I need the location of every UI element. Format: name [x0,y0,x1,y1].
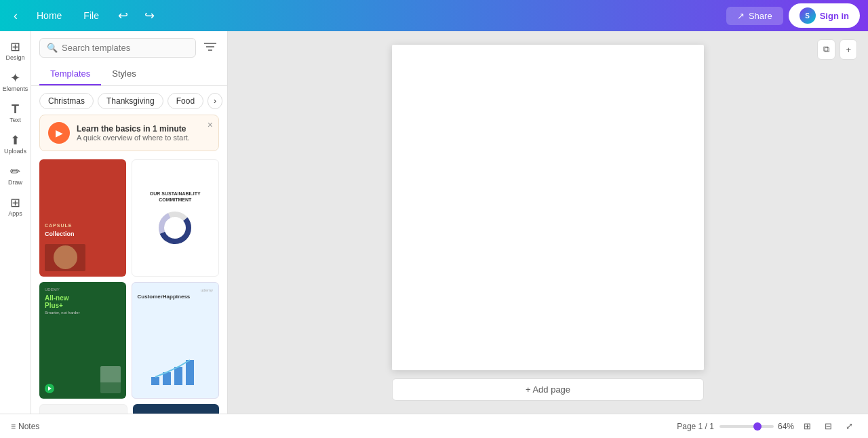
signin-button[interactable]: S Sign in [789,3,860,28]
share-label: Share [749,11,772,21]
grid-icon: ⊞ [804,421,811,431]
grid-view-button[interactable]: ⊞ [800,420,815,433]
notes-button[interactable]: ≡ Notes [11,422,39,431]
template-row: capsule Collection OUR SUSTAINABILITYCOM… [39,159,219,277]
zoom-thumb [753,422,762,431]
zoom-controls: 64% [719,422,794,431]
list-view-button[interactable]: ⊟ [821,420,836,433]
copy-icon: ⧉ [823,44,829,54]
undo-button[interactable]: ↩ [113,5,134,26]
search-bar: 🔍 [31,31,227,63]
add-canvas-icon: + [846,45,851,55]
draw-icon: ✏ [10,165,20,178]
pill-christmas[interactable]: Christmas [39,93,94,109]
promo-close-button[interactable]: × [208,119,213,130]
signin-label: Sign in [820,11,849,21]
category-pills: Christmas Thanksgiving Food › [31,86,227,115]
avatar: S [800,7,816,24]
share-button[interactable]: ↗ Share [726,7,783,25]
template-thumb-sustainability[interactable]: OUR SUSTAINABILITYCOMMITMENT [132,159,220,277]
copy-canvas-button[interactable]: ⧉ [817,39,835,60]
canvas-toolbar: ⧉ + [817,39,857,60]
expand-icon: ⤢ [846,421,853,431]
back-icon: ‹ [14,9,18,23]
bottom-bar: ≡ Notes Page 1 / 1 64% ⊞ ⊟ ⤢ [0,414,868,438]
redo-button[interactable]: ↪ [139,5,160,26]
apps-icon: ⊞ [10,197,20,209]
pill-thanksgiving[interactable]: Thanksgiving [98,93,163,109]
pill-more[interactable]: › [208,93,222,109]
template-thumb-allnew[interactable]: udemy All-newPlus+ Smarter, not harder [39,282,126,399]
add-page-label: + Add page [526,384,570,395]
sidebar-item-apps[interactable]: ⊞ Apps [2,193,29,221]
svg-rect-7 [163,372,171,385]
search-input-wrap[interactable]: 🔍 [39,38,196,58]
search-icon: 🔍 [47,43,58,53]
svg-rect-8 [174,367,182,385]
template-thumb-ocean[interactable]: W [133,404,220,414]
template-thumb-customer[interactable]: udemy CustomerHappiness [132,282,220,399]
promo-subtitle: A quick overview of where to start. [77,134,210,142]
pill-food[interactable]: Food [167,93,203,109]
home-label: Home [37,10,62,21]
share-icon: ↗ [737,11,745,21]
sidebar-item-draw[interactable]: ✏ Draw [2,161,29,190]
design-icon: ⊞ [10,41,20,53]
sidebar-label-elements: Elements [3,85,28,92]
add-canvas-button[interactable]: + [840,39,857,60]
file-label: File [83,10,99,21]
template-row: PS Photography Studio [39,404,219,414]
notes-icon: ≡ [11,422,16,431]
sidebar-label-design: Design [5,54,24,61]
promo-play-icon: ▶ [48,122,70,144]
sidebar-label-uploads: Uploads [4,148,26,155]
redo-icon: ↪ [144,8,155,23]
tab-templates[interactable]: Templates [39,63,101,85]
panel-tabs: Templates Styles [31,63,227,86]
file-button[interactable]: File [75,7,107,24]
undo-icon: ↩ [118,8,128,23]
zoom-slider[interactable] [719,425,774,428]
template-thumb-ps-logo[interactable]: PS Photography Studio [39,404,127,414]
page-info: Page 1 / 1 [677,422,714,431]
topbar: ‹ Home File ↩ ↪ ↗ Share S Sign in [0,0,868,31]
sidebar-item-elements[interactable]: ✦ Elements [2,68,29,96]
sidebar-item-uploads[interactable]: ⬆ Uploads [2,130,29,159]
promo-text: Learn the basics in 1 minute A quick ove… [77,124,210,142]
icon-sidebar: ⊞ Design ✦ Elements T Text ⬆ Uploads ✏ D… [0,31,31,414]
template-row: udemy All-newPlus+ Smarter, not harder [39,282,219,399]
svg-rect-9 [186,360,194,385]
sidebar-label-text: Text [9,117,21,123]
home-button[interactable]: Home [28,7,70,24]
sidebar-label-draw: Draw [8,179,22,186]
text-icon: T [12,103,19,115]
sidebar-item-design[interactable]: ⊞ Design [2,37,29,65]
template-thumb-capsule[interactable]: capsule Collection [39,159,126,277]
template-grid: capsule Collection OUR SUSTAINABILITYCOM… [31,157,227,414]
filter-icon [204,42,216,52]
notes-label: Notes [18,422,39,431]
main-layout: ⊞ Design ✦ Elements T Text ⬆ Uploads ✏ D… [0,31,868,414]
list-icon: ⊟ [825,421,832,431]
promo-banner: ▶ Learn the basics in 1 minute A quick o… [39,115,219,151]
zoom-level: 64% [778,422,794,431]
template-panel: 🔍 Templates Styles Christma [31,31,228,414]
sidebar-item-text[interactable]: T Text [2,99,29,127]
back-button[interactable]: ‹ [8,6,23,26]
expand-button[interactable]: ⤢ [842,420,857,433]
canvas-area: ⧉ + + Add page [228,31,868,414]
filter-button[interactable] [201,39,219,57]
add-page-button[interactable]: + Add page [392,378,704,401]
sidebar-label-apps: Apps [8,210,22,217]
search-input[interactable] [62,43,189,53]
canvas-page[interactable] [392,45,704,370]
promo-title: Learn the basics in 1 minute [77,124,210,134]
svg-rect-6 [151,377,159,385]
elements-icon: ✦ [10,72,20,84]
tab-styles[interactable]: Styles [101,63,146,85]
uploads-icon: ⬆ [10,134,20,146]
